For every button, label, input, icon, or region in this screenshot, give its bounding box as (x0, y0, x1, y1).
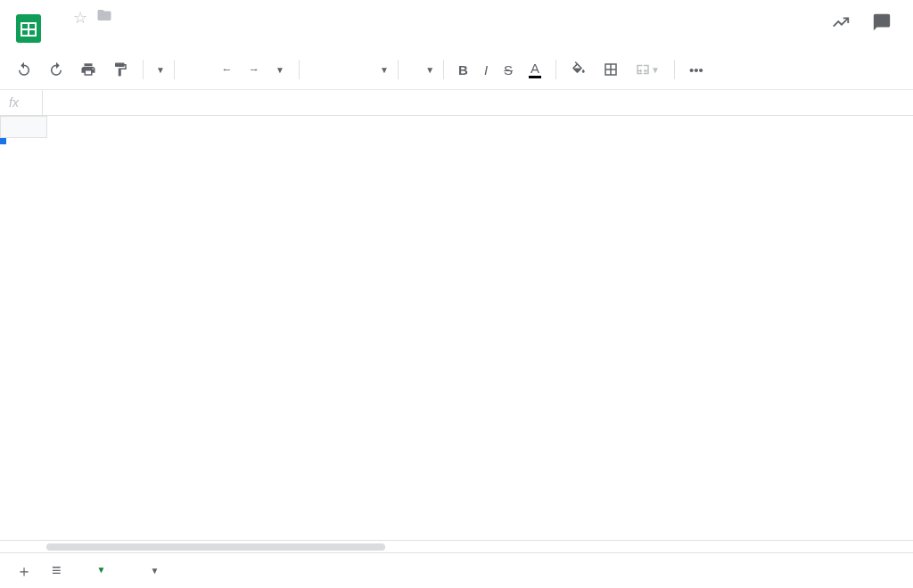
borders-button[interactable] (597, 56, 624, 83)
zoom-dropdown[interactable]: ▼ (152, 65, 165, 75)
menu-insert[interactable] (116, 31, 134, 38)
sheet-tab[interactable]: ▼ (128, 559, 173, 583)
chevron-down-icon: ▼ (425, 65, 434, 75)
strikethrough-button[interactable]: S (498, 57, 518, 83)
chevron-down-icon: ▼ (156, 65, 165, 75)
menu-edit[interactable] (77, 31, 95, 38)
title-right (831, 7, 901, 37)
menu-format[interactable] (136, 31, 153, 38)
comments-icon[interactable] (872, 12, 892, 37)
menu-view[interactable] (96, 31, 114, 38)
menu-addons[interactable] (194, 31, 212, 38)
italic-button[interactable]: I (479, 57, 493, 83)
chevron-down-icon: ▼ (651, 65, 660, 75)
sheets-logo[interactable] (12, 7, 45, 50)
redo-button[interactable] (43, 56, 70, 83)
font-size-dropdown[interactable]: ▼ (407, 62, 434, 78)
menubar (57, 31, 831, 38)
chevron-down-icon: ▼ (150, 566, 159, 576)
folder-icon[interactable] (96, 7, 112, 28)
text-color-button[interactable]: A (523, 55, 547, 84)
menu-tools[interactable] (175, 31, 193, 38)
fx-label: fx (0, 90, 43, 115)
all-sheets-button[interactable]: ≡ (46, 556, 67, 585)
more-button[interactable]: ••• (684, 57, 709, 83)
merge-cells-button[interactable]: ▼ (629, 56, 665, 83)
number-format-dropdown[interactable]: ▼ (270, 60, 290, 80)
menu-help[interactable] (214, 31, 232, 38)
print-button[interactable] (75, 56, 102, 83)
increase-decimal-button[interactable]: → (243, 58, 265, 81)
add-sheet-button[interactable]: ＋ (11, 555, 37, 587)
formula-bar: fx (0, 90, 913, 116)
spreadsheet-grid[interactable] (0, 116, 913, 540)
star-icon[interactable]: ☆ (73, 8, 87, 28)
select-all-corner[interactable] (1, 117, 47, 138)
titlebar: ☆ (0, 0, 913, 50)
menu-data[interactable] (155, 31, 173, 38)
bold-button[interactable]: B (453, 57, 473, 83)
sheet-tabbar: ＋ ≡ ▼ ▼ (0, 552, 913, 588)
font-dropdown[interactable]: ▼ (308, 65, 389, 75)
toolbar: ▼ ← → ▼ ▼ ▼ B I S A ▼ ••• (0, 50, 913, 90)
title-area: ☆ (57, 7, 831, 38)
scrollbar-thumb[interactable] (46, 543, 385, 551)
format-percent-button[interactable] (200, 64, 210, 75)
fill-handle[interactable] (0, 138, 6, 144)
format-currency-button[interactable] (184, 64, 194, 75)
chevron-down-icon: ▼ (380, 65, 389, 75)
menu-file[interactable] (57, 31, 75, 38)
decrease-decimal-button[interactable]: ← (216, 58, 238, 81)
fill-color-button[interactable] (565, 56, 592, 83)
chevron-down-icon: ▼ (97, 565, 106, 575)
formula-input[interactable] (43, 97, 913, 108)
paint-format-button[interactable] (107, 56, 134, 83)
sheet-tab-active[interactable]: ▼ (76, 558, 120, 584)
activity-icon[interactable] (831, 12, 851, 37)
document-title[interactable] (57, 16, 64, 20)
chevron-down-icon: ▼ (276, 65, 284, 75)
horizontal-scrollbar[interactable] (0, 540, 913, 552)
undo-button[interactable] (11, 56, 37, 83)
